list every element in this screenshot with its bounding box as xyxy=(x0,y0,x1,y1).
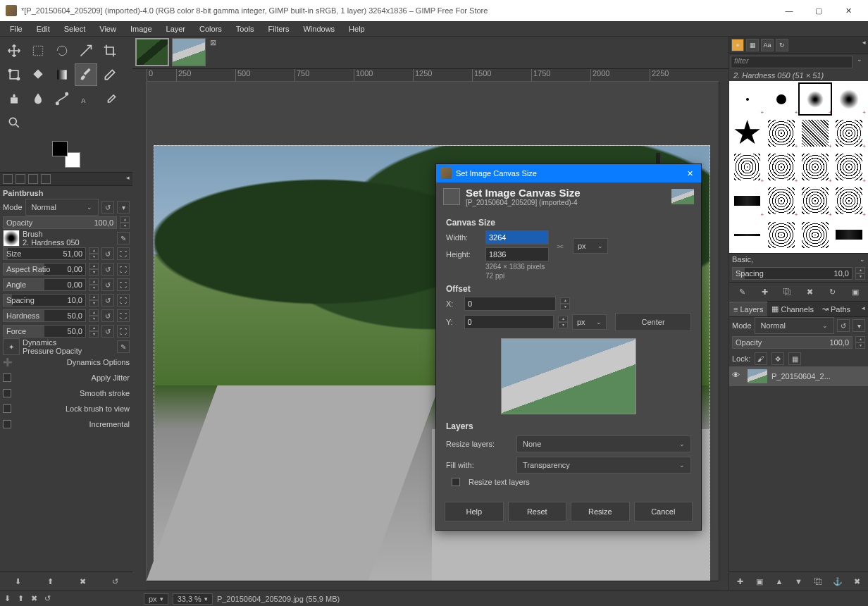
aspect-spinner[interactable]: ▴▾ xyxy=(89,263,99,276)
dup-layer-icon[interactable]: ⿻ xyxy=(812,575,824,588)
menu-file[interactable]: File xyxy=(3,23,30,35)
menu-filters[interactable]: Filters xyxy=(261,23,297,35)
measure-tool[interactable] xyxy=(75,39,97,62)
dialog-close-icon[interactable]: ✕ xyxy=(683,169,697,178)
images-tab-icon[interactable] xyxy=(41,174,51,184)
refresh-brush-icon[interactable]: ↻ xyxy=(826,285,839,298)
size-unit-select[interactable]: px⌄ xyxy=(573,238,608,254)
eraser-tool[interactable] xyxy=(99,63,121,86)
angle-reset-icon[interactable]: ↺ xyxy=(101,278,114,291)
new-layer-icon[interactable]: ✚ xyxy=(734,575,747,588)
brush-spacing-slider[interactable]: Spacing10,0 xyxy=(732,267,852,280)
y-input[interactable]: 0 xyxy=(464,315,554,329)
brush-item[interactable]: + xyxy=(764,82,798,116)
layer-opacity-spinner[interactable]: ▴▾ xyxy=(855,336,865,349)
mode-menu-icon[interactable]: ▾ xyxy=(117,201,130,214)
aspect-slider[interactable]: Aspect Ratio0,00 xyxy=(3,263,86,276)
fill-with-select[interactable]: Transparency⌄ xyxy=(516,457,691,474)
raise-layer-icon[interactable]: ▲ xyxy=(773,575,786,588)
chain-link-icon[interactable]: ⫘ xyxy=(553,242,566,250)
status-reset-icon[interactable]: ↺ xyxy=(44,594,51,603)
force-reset-icon[interactable]: ↺ xyxy=(101,325,114,338)
paths-tab[interactable]: ↝Paths xyxy=(818,302,855,316)
resize-layers-select[interactable]: None⌄ xyxy=(516,435,691,452)
smooth-checkbox[interactable] xyxy=(3,389,11,397)
angle-slider[interactable]: Angle0,00 xyxy=(3,278,86,291)
dialog-title-bar[interactable]: Set Image Canvas Size ✕ xyxy=(436,164,701,183)
device-tab-icon[interactable] xyxy=(16,174,25,184)
close-button[interactable]: ✕ xyxy=(834,1,862,20)
menu-view[interactable]: View xyxy=(92,23,123,35)
menu-windows[interactable]: Windows xyxy=(296,23,342,35)
force-slider[interactable]: Force50,0 xyxy=(3,325,86,338)
brush-item[interactable] xyxy=(798,218,831,252)
spacing-link-icon[interactable]: ⛶ xyxy=(117,294,130,307)
free-select-tool[interactable] xyxy=(51,39,73,62)
unit-select[interactable]: px▾ xyxy=(144,593,168,605)
layer-mode-reset-icon[interactable]: ↺ xyxy=(837,319,850,332)
ruler-vertical[interactable] xyxy=(132,82,147,581)
lower-layer-icon[interactable]: ▼ xyxy=(792,575,805,588)
mode-reset-icon[interactable]: ↺ xyxy=(101,201,114,214)
center-button[interactable]: Center xyxy=(615,313,691,331)
height-input[interactable]: 1836 xyxy=(485,247,549,261)
fg-color[interactable] xyxy=(52,141,68,156)
patterns-tab-icon[interactable]: ▦ xyxy=(746,39,759,51)
hardness-link-icon[interactable]: ⛶ xyxy=(117,309,130,322)
brush-preview-icon[interactable] xyxy=(3,230,20,247)
brush-item[interactable]: + xyxy=(833,116,866,149)
brush-item[interactable]: + xyxy=(731,82,764,116)
channels-tab[interactable]: ▦Channels xyxy=(767,302,817,316)
brush-item[interactable]: + xyxy=(731,185,764,218)
layer-opacity-slider[interactable]: Opacity100,0 xyxy=(732,336,852,349)
ruler-horizontal[interactable]: 0250500750100012501500175020002250 xyxy=(147,69,719,82)
layers-dock-menu-icon[interactable]: ◂ xyxy=(859,302,868,316)
width-input[interactable]: 3264 xyxy=(485,230,549,245)
layer-mode-menu-icon[interactable]: ▾ xyxy=(852,319,865,332)
status-save-icon[interactable]: ⬇ xyxy=(4,594,11,603)
lock-pixels-icon[interactable]: 🖌 xyxy=(755,352,767,365)
brush-item[interactable]: + xyxy=(798,185,831,218)
gradient-tool[interactable] xyxy=(51,63,73,86)
scrollbar-vertical[interactable] xyxy=(719,82,728,581)
hardness-slider[interactable]: Hardness50,0 xyxy=(3,309,86,322)
brush-preset-label[interactable]: Basic, xyxy=(732,255,753,264)
mode-select[interactable]: Normal⌄ xyxy=(25,199,99,216)
zoom-tool[interactable] xyxy=(3,111,25,134)
brush-edit-icon[interactable]: ✎ xyxy=(117,232,130,245)
history-tab-icon[interactable] xyxy=(28,174,38,184)
zoom-select[interactable]: 33,3 %▾ xyxy=(173,593,213,605)
brush-item[interactable]: + xyxy=(833,82,866,116)
jitter-checkbox[interactable] xyxy=(3,373,11,382)
smudge-tool[interactable] xyxy=(27,87,49,110)
brush-item[interactable]: + xyxy=(764,116,798,149)
lock-position-icon[interactable]: ✥ xyxy=(771,352,784,365)
dynamics-edit-icon[interactable]: ✎ xyxy=(117,340,130,353)
expand-icon[interactable]: ➕ xyxy=(3,358,13,367)
angle-link-icon[interactable]: ⛶ xyxy=(117,278,130,291)
tool-opts-tab-icon[interactable] xyxy=(3,174,13,184)
crop-tool[interactable] xyxy=(99,39,121,62)
status-restore-icon[interactable]: ⬆ xyxy=(18,594,24,603)
brush-item[interactable]: + xyxy=(798,82,831,116)
resize-text-checkbox[interactable] xyxy=(452,478,460,486)
restore-opts-icon[interactable]: ⬆ xyxy=(44,575,56,588)
lockbrush-checkbox[interactable] xyxy=(3,404,11,413)
clone-tool[interactable] xyxy=(3,87,25,110)
brush-item[interactable]: + xyxy=(764,185,798,218)
visibility-icon[interactable]: 👁 xyxy=(732,371,743,382)
menu-layer[interactable]: Layer xyxy=(159,23,193,35)
x-spinner[interactable]: ▴▾ xyxy=(560,297,570,310)
hardness-spinner[interactable]: ▴▾ xyxy=(89,309,99,322)
force-spinner[interactable]: ▴▾ xyxy=(89,325,99,338)
transform-tool[interactable] xyxy=(3,63,25,86)
layer-item[interactable]: 👁 P_20150604_2... xyxy=(729,366,868,386)
brush-item[interactable]: + xyxy=(798,150,831,183)
size-link-icon[interactable]: ⛶ xyxy=(117,247,130,260)
reset-opts-icon[interactable]: ↺ xyxy=(108,575,121,588)
hardness-reset-icon[interactable]: ↺ xyxy=(101,309,114,322)
close-tab-icon[interactable]: ⊠ xyxy=(210,38,216,47)
menu-colors[interactable]: Colors xyxy=(192,23,229,35)
minimize-button[interactable]: — xyxy=(775,1,803,20)
layer-group-icon[interactable]: ▣ xyxy=(753,575,766,588)
